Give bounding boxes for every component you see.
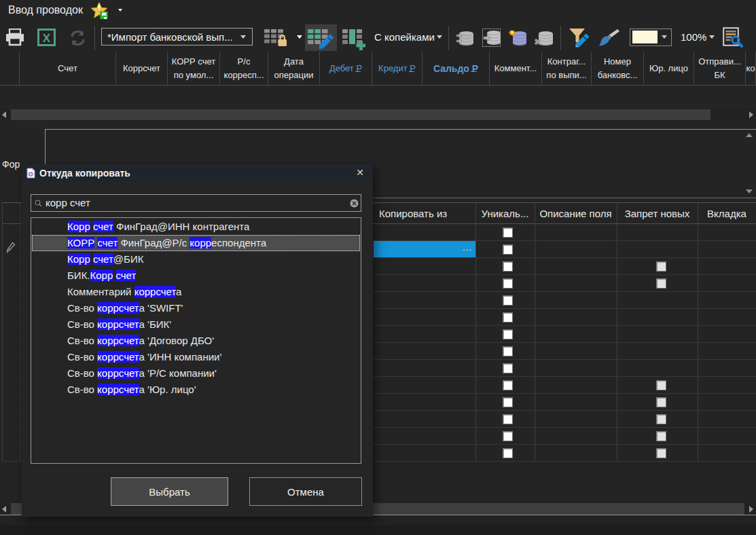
svg-text:X: X	[43, 32, 51, 45]
